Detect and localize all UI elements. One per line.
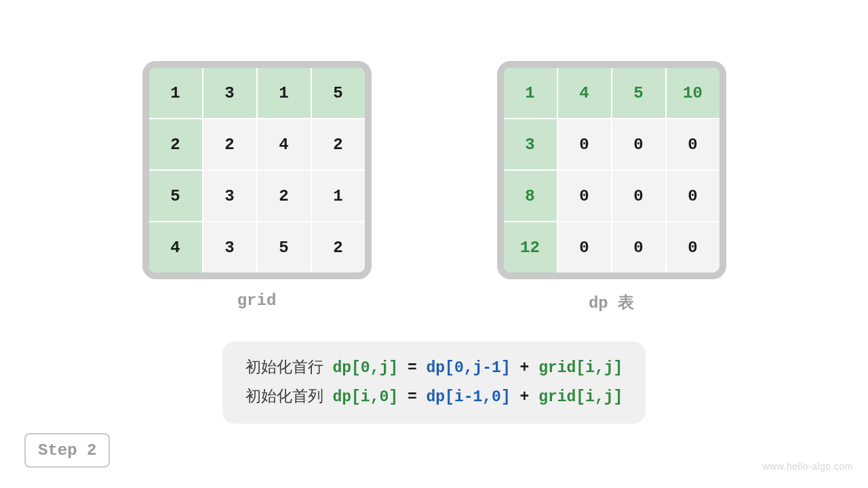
watermark: www.hello-algo.com	[763, 461, 854, 472]
formula-row-1: 初始化首行 dp[0,j] = dp[0,j-1] + grid[i,j]	[245, 354, 623, 383]
cell: 2	[149, 119, 202, 169]
dp-table-wrapper: 145103000800012000 dp 表	[497, 61, 726, 313]
grid-table-wrapper: 1315224253214352 grid	[142, 61, 372, 313]
cell: 0	[667, 171, 719, 221]
cell: 1	[312, 171, 365, 221]
formula-box: 初始化首行 dp[0,j] = dp[0,j-1] + grid[i,j] 初始…	[222, 342, 646, 424]
formula-term: grid[i,j]	[538, 388, 623, 406]
cell: 2	[203, 119, 256, 169]
cell: 0	[667, 119, 719, 169]
cell: 5	[612, 68, 665, 118]
cell: 0	[558, 222, 611, 272]
cell: 0	[612, 119, 665, 169]
formula-term: grid[i,j]	[538, 359, 623, 377]
formula-prefix: 初始化首列	[245, 388, 333, 406]
cell: 2	[312, 222, 365, 272]
cell: 5	[258, 222, 311, 272]
cell: 10	[667, 68, 719, 118]
cell: 3	[504, 119, 557, 169]
cell: 3	[203, 68, 256, 118]
formula-row-2: 初始化首列 dp[i,0] = dp[i-1,0] + grid[i,j]	[245, 383, 623, 412]
formula-term: dp[0,j-1]	[426, 359, 510, 377]
formula-eq: =	[408, 388, 427, 406]
grid-label: grid	[237, 291, 277, 310]
formula-plus: +	[520, 359, 539, 377]
cell: 4	[558, 68, 611, 118]
formula-eq: =	[408, 359, 427, 377]
formula-term: dp[0,j]	[332, 359, 398, 377]
cell: 1	[149, 68, 202, 118]
cell: 0	[667, 222, 719, 272]
cell: 2	[312, 119, 365, 169]
formula-term: dp[i-1,0]	[426, 388, 510, 406]
cell: 2	[258, 171, 311, 221]
cell: 5	[312, 68, 365, 118]
dp-table: 145103000800012000	[497, 61, 726, 279]
cell: 12	[504, 222, 557, 272]
cell: 4	[258, 119, 311, 169]
cell: 4	[149, 222, 202, 272]
cell: 1	[504, 68, 557, 118]
grid-table: 1315224253214352	[142, 61, 372, 279]
cell: 1	[258, 68, 311, 118]
formula-prefix: 初始化首行	[245, 359, 333, 377]
cell: 0	[612, 222, 665, 272]
cell: 8	[504, 171, 557, 221]
cell: 3	[203, 222, 256, 272]
dp-label: dp 表	[589, 291, 634, 313]
cell: 0	[558, 171, 611, 221]
cell: 5	[149, 171, 202, 221]
formula-plus: +	[520, 388, 539, 406]
cell: 0	[612, 171, 665, 221]
step-badge: Step 2	[24, 433, 110, 468]
cell: 3	[203, 171, 256, 221]
formula-term: dp[i,0]	[332, 388, 398, 406]
cell: 0	[558, 119, 611, 169]
